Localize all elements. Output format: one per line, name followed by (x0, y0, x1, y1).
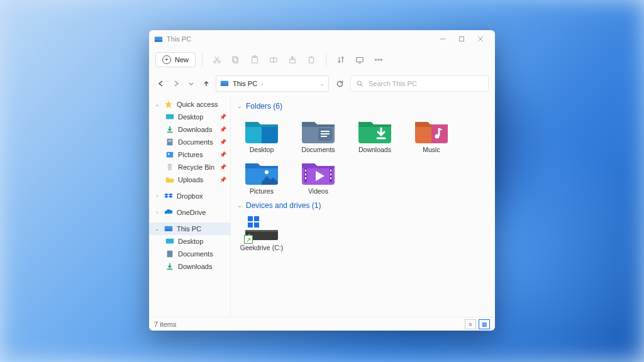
search-icon (356, 80, 364, 87)
documents-folder-icon (301, 116, 336, 143)
folder-pictures[interactable]: Pictures (237, 157, 286, 195)
chevron-down-icon: ⌄ (154, 226, 160, 232)
svg-rect-3 (460, 37, 464, 41)
sidebar-item-pc-documents[interactable]: Documents (149, 248, 230, 260)
chevron-down-icon: ⌄ (237, 202, 242, 209)
navbar: This PC › ⌄ Search This PC (149, 72, 495, 96)
desktop-folder-icon (244, 116, 279, 143)
svg-point-21 (375, 59, 377, 60)
svg-rect-20 (357, 58, 364, 62)
recent-button[interactable] (186, 78, 197, 89)
search-box[interactable]: Search This PC (350, 75, 489, 92)
folder-downloads[interactable]: Downloads (350, 116, 399, 153)
share-icon[interactable] (284, 52, 301, 68)
sidebar: ⌄ Quick access Desktop📌 Downloads📌 Docum… (149, 96, 231, 317)
downloads-icon (165, 262, 174, 271)
folder-music[interactable]: Music (407, 116, 456, 153)
svg-rect-42 (165, 230, 172, 231)
copy-icon[interactable] (228, 52, 244, 68)
svg-rect-55 (305, 173, 306, 175)
sidebar-item-pc-desktop[interactable]: Desktop (149, 235, 230, 248)
videos-folder-icon (301, 157, 336, 185)
chevron-down-icon[interactable]: ⌄ (320, 81, 325, 87)
toolbar: + New (149, 48, 495, 72)
app-icon (154, 35, 163, 43)
svg-rect-1 (155, 41, 162, 42)
sidebar-item-dropbox[interactable]: › Dropbox (149, 190, 230, 202)
star-icon (164, 100, 173, 109)
pictures-folder-icon (244, 157, 279, 185)
up-button[interactable] (201, 78, 212, 89)
new-button[interactable]: + New (155, 52, 196, 67)
drive-c[interactable]: ↗ Geekdrive (C:) (237, 215, 286, 251)
svg-rect-57 (330, 170, 331, 172)
tiles-view-button[interactable]: ▦ (479, 319, 490, 329)
svg-rect-29 (166, 114, 174, 119)
file-explorer-window: This PC + New This PC › ⌄ (149, 30, 495, 331)
sidebar-item-quick-access[interactable]: ⌄ Quick access (149, 98, 230, 111)
pin-icon: 📌 (219, 114, 226, 120)
content-area: ⌄ Folders (6) Desktop Documents (231, 96, 495, 317)
statusbar: 7 items ≡ ▦ (149, 317, 495, 331)
chevron-down-icon: ⌄ (154, 101, 160, 107)
address-separator: › (261, 80, 264, 87)
rename-icon[interactable] (265, 52, 282, 68)
svg-point-22 (378, 59, 379, 60)
sidebar-item-pictures[interactable]: Pictures📌 (149, 148, 230, 161)
search-placeholder: Search This PC (369, 80, 417, 87)
shortcut-icon: ↗ (244, 235, 253, 244)
view-icon[interactable] (352, 52, 368, 68)
address-bar[interactable]: This PC › ⌄ (216, 75, 329, 92)
sidebar-item-uploads[interactable]: Uploads📌 (149, 173, 230, 186)
svg-rect-31 (167, 139, 173, 146)
downloads-folder-icon (357, 116, 392, 143)
sidebar-item-onedrive[interactable]: › OneDrive (149, 206, 230, 219)
maximize-button[interactable] (452, 33, 471, 45)
sidebar-item-downloads[interactable]: Downloads📌 (149, 123, 230, 136)
forward-button[interactable] (170, 78, 182, 89)
minimize-button[interactable] (433, 33, 452, 45)
svg-point-23 (380, 59, 382, 60)
folder-documents[interactable]: Documents (294, 116, 343, 153)
chevron-right-icon: › (154, 209, 160, 216)
folder-desktop[interactable]: Desktop (237, 116, 286, 153)
svg-rect-43 (166, 239, 174, 244)
refresh-button[interactable] (333, 77, 347, 90)
svg-rect-17 (309, 58, 314, 63)
paste-icon[interactable] (247, 52, 263, 68)
sidebar-item-pc-downloads[interactable]: Downloads (149, 260, 230, 273)
sidebar-item-recycle-bin[interactable]: Recycle Bin📌 (149, 161, 230, 173)
sidebar-item-this-pc[interactable]: ⌄ This PC (149, 222, 230, 235)
folder-videos[interactable]: Videos (294, 157, 343, 195)
pc-icon (220, 79, 229, 88)
svg-marker-38 (169, 194, 173, 196)
divider (202, 53, 203, 66)
drive-icon: ↗ (244, 215, 279, 243)
sidebar-item-desktop[interactable]: Desktop📌 (149, 111, 230, 123)
svg-rect-58 (330, 173, 331, 175)
svg-point-51 (265, 170, 269, 174)
svg-rect-34 (167, 152, 174, 158)
desktop-icon (165, 112, 174, 121)
chevron-right-icon: › (154, 193, 160, 199)
back-button[interactable] (155, 78, 167, 89)
sidebar-item-documents[interactable]: Documents📌 (149, 136, 230, 148)
pc-icon (164, 224, 173, 233)
svg-rect-44 (167, 251, 173, 258)
svg-rect-36 (168, 164, 171, 165)
pin-icon: 📌 (219, 126, 226, 133)
sort-icon[interactable] (333, 52, 349, 68)
window-title: This PC (167, 35, 433, 43)
pictures-icon (165, 150, 174, 159)
music-folder-icon (414, 116, 449, 143)
svg-marker-28 (165, 101, 172, 108)
drives-group-header[interactable]: ⌄ Devices and drives (1) (237, 201, 489, 210)
more-icon[interactable] (370, 52, 387, 68)
delete-icon[interactable] (303, 52, 319, 68)
details-view-button[interactable]: ≡ (465, 319, 476, 329)
folders-group-header[interactable]: ⌄ Folders (6) (237, 102, 489, 111)
cut-icon[interactable] (209, 52, 225, 68)
close-button[interactable] (471, 33, 490, 45)
svg-marker-39 (164, 195, 169, 198)
downloads-icon (165, 125, 174, 134)
